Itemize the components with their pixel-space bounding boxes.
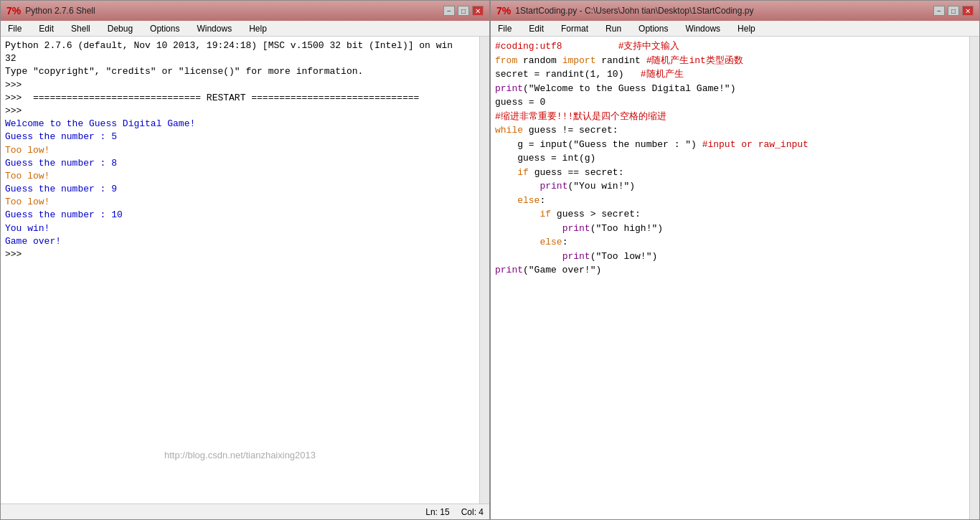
close-button[interactable]: ✕ bbox=[472, 6, 484, 16]
code-line: if guess > secret: bbox=[495, 207, 965, 222]
minimize-button[interactable]: − bbox=[443, 6, 455, 16]
code-line: secret = randint(1, 10) #随机产生 bbox=[495, 67, 965, 82]
editor-menu-windows[interactable]: Windows bbox=[681, 22, 725, 35]
maximize-button[interactable]: □ bbox=[458, 6, 469, 16]
menu-edit[interactable]: Edit bbox=[34, 22, 58, 35]
code-line: guess = int(g) bbox=[495, 151, 965, 166]
shell-line: >>> ============================== RESTA… bbox=[5, 92, 475, 105]
watermark: http://blog.csdn.net/tianzhaixing2013 bbox=[164, 450, 316, 460]
shell-line: Game over! bbox=[5, 235, 475, 248]
shell-window: 7% Python 2.7.6 Shell − □ ✕ File Edit Sh… bbox=[0, 0, 490, 520]
shell-line: >>> bbox=[5, 105, 475, 118]
code-line: #coding:utf8 #支持中文输入 bbox=[495, 39, 965, 54]
editor-menu-bar: File Edit Format Run Options Windows Hel… bbox=[491, 21, 979, 37]
col-number: Col: 4 bbox=[461, 507, 484, 517]
editor-menu-help[interactable]: Help bbox=[733, 22, 760, 35]
shell-line: Too low! bbox=[5, 144, 475, 157]
shell-line: Python 2.7.6 (default, Nov 10 2013, 19:2… bbox=[5, 39, 475, 52]
shell-content-area: Python 2.7.6 (default, Nov 10 2013, 19:2… bbox=[1, 37, 489, 504]
shell-line: >>> bbox=[5, 248, 475, 261]
shell-line: Guess the number : 5 bbox=[5, 131, 475, 143]
editor-title-bar: 7% 1StartCoding.py - C:\Users\John tian\… bbox=[491, 1, 979, 21]
editor-menu-options[interactable]: Options bbox=[634, 22, 672, 35]
code-line: #缩进非常重要!!!默认是四个空格的缩进 bbox=[495, 110, 965, 124]
menu-windows[interactable]: Windows bbox=[192, 22, 236, 35]
shell-status-bar: Ln: 15 Col: 4 bbox=[1, 504, 489, 519]
editor-menu-run[interactable]: Run bbox=[601, 22, 626, 35]
shell-window-icon: 7% bbox=[6, 5, 21, 16]
editor-scrollbar[interactable] bbox=[969, 37, 979, 519]
code-line: from random import randint #随机产生int类型函数 bbox=[495, 54, 965, 68]
shell-output[interactable]: Python 2.7.6 (default, Nov 10 2013, 19:2… bbox=[1, 37, 479, 504]
shell-window-title: Python 2.7.6 Shell bbox=[25, 6, 95, 16]
editor-menu-file[interactable]: File bbox=[494, 22, 516, 35]
editor-maximize-button[interactable]: □ bbox=[948, 6, 959, 16]
line-number: Ln: 15 bbox=[425, 507, 449, 517]
shell-menu-bar: File Edit Shell Debug Options Windows He… bbox=[1, 21, 489, 37]
menu-file[interactable]: File bbox=[4, 22, 26, 35]
editor-close-button[interactable]: ✕ bbox=[962, 6, 974, 16]
shell-line: Guess the number : 9 bbox=[5, 183, 475, 196]
shell-line: 32 bbox=[5, 52, 475, 65]
code-line: if guess == secret: bbox=[495, 166, 965, 180]
code-line: else: bbox=[495, 194, 965, 208]
shell-line: Too low! bbox=[5, 196, 475, 209]
code-line: while guess != secret: bbox=[495, 123, 965, 138]
shell-line: You win! bbox=[5, 222, 475, 235]
code-line: print("Too low!") bbox=[495, 250, 965, 264]
menu-help[interactable]: Help bbox=[245, 22, 271, 35]
code-line: print("Game over!") bbox=[495, 263, 965, 278]
menu-options[interactable]: Options bbox=[146, 22, 184, 35]
shell-line: >>> bbox=[5, 79, 475, 92]
menu-debug[interactable]: Debug bbox=[103, 22, 137, 35]
code-line: else: bbox=[495, 235, 965, 250]
code-line: g = input("Guess the number : ") #input … bbox=[495, 138, 965, 152]
editor-menu-format[interactable]: Format bbox=[557, 22, 593, 35]
shell-line: Guess the number : 8 bbox=[5, 157, 475, 170]
editor-window: 7% 1StartCoding.py - C:\Users\John tian\… bbox=[490, 0, 980, 520]
shell-line: Welcome to the Guess Digital Game! bbox=[5, 118, 475, 131]
menu-shell[interactable]: Shell bbox=[67, 22, 95, 35]
shell-line: Too low! bbox=[5, 170, 475, 183]
code-line: print("Too high!") bbox=[495, 222, 965, 236]
editor-minimize-button[interactable]: − bbox=[933, 6, 945, 16]
code-line: print("Welcome to the Guess Digital Game… bbox=[495, 82, 965, 96]
code-editor[interactable]: #coding:utf8 #支持中文输入from random import r… bbox=[491, 37, 969, 519]
code-line: print("You win!") bbox=[495, 179, 965, 194]
editor-menu-edit[interactable]: Edit bbox=[524, 22, 548, 35]
shell-title-bar: 7% Python 2.7.6 Shell − □ ✕ bbox=[1, 1, 489, 21]
editor-window-title: 1StartCoding.py - C:\Users\John tian\Des… bbox=[515, 6, 753, 16]
shell-scrollbar[interactable] bbox=[479, 37, 489, 504]
code-line: guess = 0 bbox=[495, 95, 965, 110]
shell-line: Type "copyright", "credits" or "license(… bbox=[5, 65, 475, 78]
editor-window-icon: 7% bbox=[496, 5, 511, 16]
shell-line: Guess the number : 10 bbox=[5, 209, 475, 222]
editor-content-area: #coding:utf8 #支持中文输入from random import r… bbox=[491, 37, 979, 519]
